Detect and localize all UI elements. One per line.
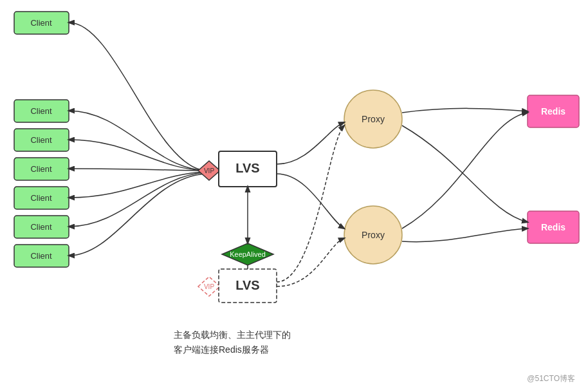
proxy2-label: Proxy — [362, 230, 385, 240]
arrow-proxy1-redis2 — [402, 126, 528, 222]
diagram-canvas: Client Client Client Client Client Clien… — [0, 0, 588, 392]
arrow-lvs-proxy2 — [277, 174, 344, 229]
vip-label-backup: VIP — [204, 283, 214, 290]
arrow-c3-lvs — [69, 140, 206, 171]
arrow-lvs-proxy1 — [277, 122, 344, 164]
dotted-arrow-lvs-backup-proxy2 — [277, 238, 344, 286]
arrow-c6-lvs — [69, 173, 206, 227]
client-label-6: Client — [30, 222, 52, 232]
client-label-2: Client — [30, 106, 52, 116]
keepalived-label: KeepAlived — [230, 250, 266, 258]
redis1-label: Redis — [541, 106, 565, 117]
vip-label-main: VIP — [204, 167, 214, 174]
arrow-c7-lvs — [69, 174, 206, 256]
client-label-1: Client — [30, 18, 52, 28]
diagram-svg: Client Client Client Client Client Clien… — [0, 0, 588, 392]
watermark: @51CTO博客 — [527, 373, 575, 384]
client-label-7: Client — [30, 251, 52, 261]
footer-line2: 客户端连接Redis服务器 — [174, 342, 291, 357]
footer-line1: 主备负载均衡、主主代理下的 — [174, 328, 291, 342]
lvs-backup-label: LVS — [235, 278, 259, 292]
client-label-4: Client — [30, 164, 52, 174]
client-label-3: Client — [30, 135, 52, 145]
arrow-proxy2-redis2 — [402, 229, 528, 242]
dotted-arrow-lvs-backup-proxy1 — [277, 126, 344, 282]
footer-text: 主备负载均衡、主主代理下的 客户端连接Redis服务器 — [174, 328, 291, 357]
arrow-proxy2-redis1 — [402, 113, 528, 229]
lvs-main-label: LVS — [235, 161, 259, 175]
arrow-c1-lvs — [69, 23, 206, 171]
redis2-label: Redis — [541, 222, 565, 232]
proxy1-label: Proxy — [362, 114, 385, 124]
client-label-5: Client — [30, 193, 52, 203]
arrow-c4-lvs — [69, 169, 206, 171]
arrow-proxy1-redis1 — [402, 108, 528, 113]
